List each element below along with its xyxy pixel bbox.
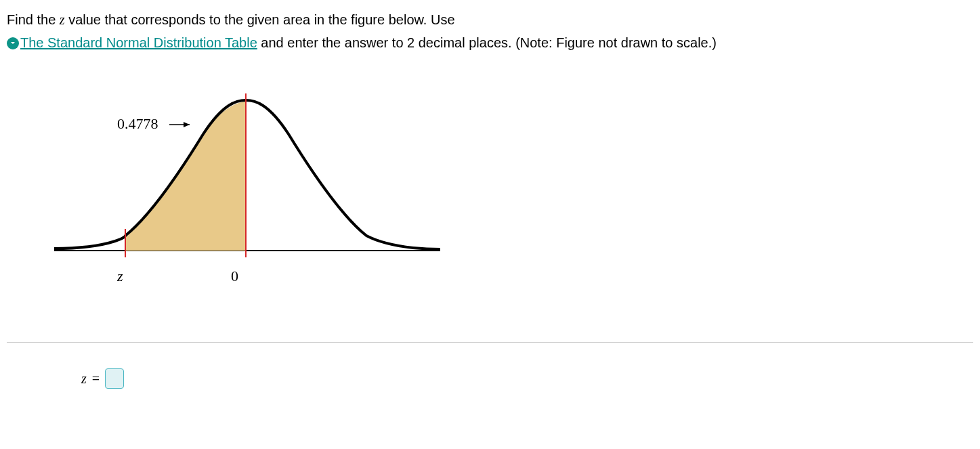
equals-sign: = bbox=[92, 371, 100, 387]
question-part2: value that corresponds to the given area… bbox=[65, 12, 455, 27]
question-part1: Find the bbox=[7, 12, 60, 27]
z-variable: z bbox=[60, 12, 65, 27]
area-value-label: 0.4778 bbox=[117, 115, 158, 132]
z-tick-label: z bbox=[116, 268, 123, 284]
answer-row: z = bbox=[7, 342, 973, 389]
svg-marker-4 bbox=[184, 122, 190, 127]
answer-z-label: z bbox=[81, 371, 87, 387]
center-tick-label: 0 bbox=[231, 268, 238, 284]
question-text: Find the z value that corresponds to the… bbox=[7, 8, 973, 54]
normal-table-link[interactable]: The Standard Normal Distribution Table bbox=[20, 35, 257, 50]
question-part3: and enter the answer to 2 decimal places… bbox=[257, 35, 717, 50]
normal-curve-figure: 0.4778 0 z bbox=[47, 88, 973, 301]
z-value-input[interactable] bbox=[105, 368, 124, 389]
link-badge-icon bbox=[7, 37, 19, 49]
